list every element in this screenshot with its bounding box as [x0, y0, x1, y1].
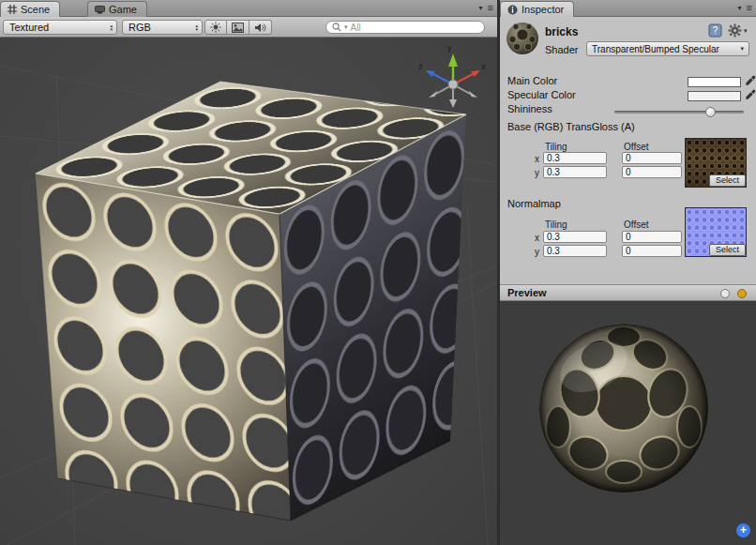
tab-game[interactable]: Game [87, 1, 147, 17]
scene-gizmo[interactable]: y x z [418, 43, 486, 108]
shininess-slider[interactable] [614, 111, 744, 114]
color-mode-value: RGB [129, 22, 191, 33]
overlay-toggle-button[interactable] [227, 20, 249, 35]
base-x-offset-input[interactable] [622, 152, 682, 164]
gizmo-x-label[interactable]: x [481, 62, 486, 71]
normal-map-label: Normalmap [507, 198, 561, 209]
draw-mode-dropdown[interactable]: Textured ▴▾ [3, 20, 117, 35]
normal-y-offset-input[interactable] [622, 245, 682, 257]
scene-panel: Scene Game ▾ ≡ Textured ▴▾ RGB ▴▾ [0, 0, 497, 545]
lighting-toggle-button[interactable] [204, 20, 227, 35]
normal-y-tiling-input[interactable] [543, 245, 607, 257]
base-x-tiling-input[interactable] [543, 152, 607, 164]
dropdown-arrows-icon: ▴▾ [195, 23, 198, 31]
scene-tab-strip: Scene Game ▾ ≡ [0, 0, 497, 17]
add-icon[interactable]: + [736, 523, 750, 537]
panel-dropdown-icon[interactable]: ▾ [738, 4, 742, 12]
base-map-label: Base (RGB) TransGloss (A) [507, 121, 635, 132]
normal-y-label: y [535, 247, 539, 257]
tab-inspector[interactable]: Inspector [500, 1, 574, 17]
main-color-label: Main Color [507, 75, 557, 86]
base-y-offset-input[interactable] [622, 166, 682, 178]
tab-scene[interactable]: Scene [0, 1, 60, 17]
base-select-button[interactable]: Select [709, 174, 746, 187]
shader-dropdown[interactable]: Transparent/Bumped Specular ▾ [586, 41, 749, 56]
normal-texture-thumbnail[interactable]: Select [685, 207, 747, 257]
shininess-label: Shininess [507, 103, 552, 114]
normal-x-label: x [535, 233, 539, 243]
search-filter-dropdown-icon[interactable]: ▾ [344, 23, 348, 31]
eyedropper-icon[interactable] [745, 75, 756, 86]
draw-mode-value: Textured [9, 22, 106, 33]
svg-text:?: ? [713, 25, 718, 36]
shader-value: Transparent/Bumped Specular [592, 44, 736, 54]
preview-sphere [500, 301, 756, 545]
shader-label: Shader [545, 44, 578, 55]
specular-color-swatch[interactable] [688, 91, 741, 101]
normal-offset-header: Offset [624, 220, 649, 230]
normal-x-tiling-input[interactable] [543, 231, 607, 243]
base-x-label: x [535, 154, 539, 164]
dropdown-arrows-icon: ▴▾ [110, 23, 113, 31]
cube-mesh[interactable] [36, 82, 466, 521]
main-color-swatch[interactable] [688, 77, 741, 87]
panel-menu-icon[interactable]: ≡ [488, 2, 493, 13]
search-placeholder: All [351, 23, 361, 33]
material-preview-area[interactable]: + [500, 301, 756, 545]
audio-toggle-button[interactable] [249, 20, 272, 35]
normal-select-button[interactable]: Select [709, 244, 746, 256]
scene-grid-icon [8, 5, 17, 14]
base-texture-thumbnail[interactable]: Select [685, 138, 747, 188]
scene-search-field[interactable]: ▾ All [325, 21, 485, 34]
preview-header[interactable]: Preview [500, 284, 756, 301]
panel-dropdown-icon[interactable]: ▾ [479, 4, 483, 12]
info-icon [507, 5, 518, 15]
scene-toolbar: Textured ▴▾ RGB ▴▾ [0, 17, 497, 38]
color-mode-dropdown[interactable]: RGB ▴▾ [122, 20, 203, 35]
audio-icon [254, 23, 266, 33]
shininess-slider-thumb[interactable] [705, 107, 716, 117]
inspector-tab-strip: Inspector ▾ ≡ [500, 0, 756, 17]
tab-inspector-label: Inspector [522, 4, 564, 15]
base-y-label: y [535, 168, 539, 178]
preview-sphere-toggle-icon[interactable] [720, 289, 730, 298]
material-sphere-icon [505, 21, 540, 56]
specular-color-label: Specular Color [507, 89, 576, 100]
eyedropper-icon[interactable] [745, 89, 756, 100]
inspector-panel: Inspector ▾ ≡ [500, 0, 756, 545]
game-icon [95, 6, 105, 14]
base-offset-header: Offset [624, 142, 649, 152]
scene-strip-icons: ▾ ≡ [479, 2, 493, 13]
gizmo-z-label[interactable]: z [418, 62, 423, 71]
panel-menu-icon[interactable]: ≡ [747, 2, 752, 13]
chevron-down-icon: ▾ [740, 45, 744, 53]
material-name: bricks [545, 25, 578, 38]
image-icon [232, 23, 244, 33]
gear-dropdown-icon[interactable]: ▾ [744, 27, 748, 35]
sun-icon [210, 22, 221, 33]
inspector-strip-icons: ▾ ≡ [738, 2, 752, 13]
tab-game-label: Game [109, 4, 137, 15]
preview-light-toggle-icon[interactable] [737, 289, 747, 298]
search-icon [332, 23, 341, 32]
tab-scene-label: Scene [21, 4, 50, 15]
base-y-tiling-input[interactable] [543, 166, 607, 178]
gizmo-y-label[interactable]: y [447, 43, 452, 53]
help-icon[interactable]: ? [708, 23, 722, 38]
normal-tiling-header: Tiling [545, 220, 567, 230]
scene-3d-render: y x z [0, 38, 497, 545]
unity-editor-window: Scene Game ▾ ≡ Textured ▴▾ RGB ▴▾ [0, 0, 756, 545]
preview-title: Preview [507, 287, 547, 298]
base-tiling-header: Tiling [545, 142, 567, 152]
normal-x-offset-input[interactable] [622, 231, 682, 243]
gear-icon[interactable] [728, 23, 742, 38]
scene-viewport[interactable]: y x z [0, 38, 497, 545]
